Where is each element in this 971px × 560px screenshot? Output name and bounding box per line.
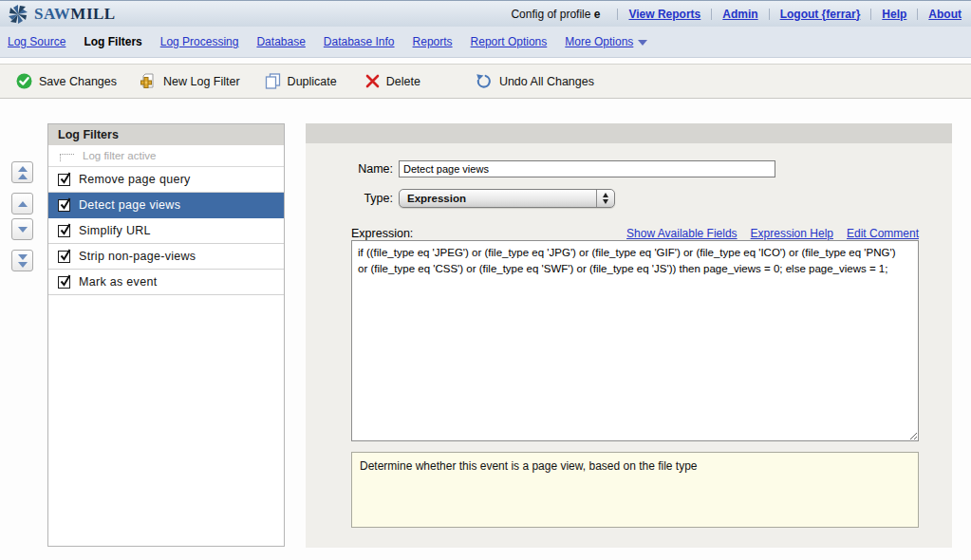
- tab-database-info[interactable]: Database Info: [324, 35, 395, 48]
- type-select[interactable]: Expression: [399, 189, 615, 208]
- filter-active-checkbox[interactable]: [58, 174, 70, 186]
- show-available-fields-link[interactable]: Show Available Fields: [626, 227, 738, 240]
- filter-active-checkbox[interactable]: [58, 199, 70, 212]
- about-link[interactable]: About: [918, 8, 962, 21]
- save-check-icon: [16, 73, 32, 89]
- type-select-value: Expression: [400, 193, 596, 204]
- new-log-filter-button[interactable]: New Log Filter: [140, 73, 240, 90]
- config-profile-label: Config of profile e: [511, 8, 600, 21]
- logo-text-mill: MILL: [70, 5, 115, 23]
- filter-active-checkbox[interactable]: [58, 225, 70, 237]
- filter-row-mark-as-event[interactable]: Mark as event: [48, 270, 284, 295]
- config-nav: Log Source Log Filters Log Processing Da…: [0, 27, 971, 58]
- expression-help-link[interactable]: Expression Help: [751, 227, 833, 240]
- filter-row-strip-non-page-views[interactable]: Strip non-page-views: [48, 244, 284, 270]
- tab-report-options[interactable]: Report Options: [471, 35, 548, 48]
- double-up-arrow-icon: [18, 166, 28, 172]
- log-filters-panel: Log Filters Log filter active Remove pag…: [47, 123, 285, 547]
- tab-more-options[interactable]: More Options: [565, 35, 647, 48]
- undo-all-changes-button[interactable]: Undo All Changes: [476, 73, 594, 90]
- logout-link[interactable]: Logout {ferrar}: [770, 8, 871, 21]
- help-link[interactable]: Help: [871, 8, 917, 21]
- double-down-arrow-icon: [18, 254, 28, 260]
- delete-x-icon: [365, 74, 380, 88]
- delete-button[interactable]: Delete: [365, 74, 420, 88]
- filter-row-label: Simplify URL: [79, 224, 151, 237]
- filter-row-simplify-url[interactable]: Simplify URL: [48, 218, 284, 244]
- move-to-top-button[interactable]: [11, 161, 33, 183]
- tab-reports[interactable]: Reports: [413, 35, 453, 48]
- sawmill-pinwheel-icon: [8, 4, 28, 25]
- save-changes-button[interactable]: Save Changes: [16, 73, 117, 89]
- select-stepper-icon: [596, 190, 614, 207]
- duplicate-pages-icon: [265, 73, 281, 89]
- move-down-button[interactable]: [11, 218, 33, 240]
- tab-log-processing[interactable]: Log Processing: [160, 35, 239, 48]
- app-header: SAWMILL Config of profile e View Reports…: [0, 0, 971, 27]
- filter-row-label: Remove page query: [79, 173, 191, 186]
- name-input[interactable]: [399, 160, 775, 177]
- filter-comment-box[interactable]: Determine whether this event is a page v…: [351, 452, 919, 528]
- name-label: Name:: [306, 162, 393, 176]
- log-filters-panel-title: Log Filters: [48, 124, 284, 145]
- filter-active-checkbox[interactable]: [58, 251, 70, 263]
- admin-link[interactable]: Admin: [712, 8, 768, 21]
- filter-editor-panel: Name: Type: Expression Expression: Show …: [306, 123, 952, 548]
- up-arrow-icon: [18, 201, 28, 207]
- log-filter-active-column-header: Log filter active: [48, 145, 284, 167]
- undo-arrow-icon: [476, 73, 493, 90]
- down-arrow-icon: [18, 227, 28, 233]
- new-plus-icon: [140, 73, 157, 90]
- filter-row-label: Mark as event: [79, 275, 157, 289]
- tab-log-source[interactable]: Log Source: [8, 35, 65, 48]
- filter-row-label: Detect page views: [79, 198, 180, 212]
- edit-comment-link[interactable]: Edit Comment: [847, 227, 919, 240]
- move-to-bottom-button[interactable]: [11, 250, 33, 271]
- actions-toolbar: Save Changes New Log Filter Duplicate De…: [0, 64, 971, 99]
- dotted-outline-icon: [60, 154, 74, 161]
- view-reports-link[interactable]: View Reports: [618, 8, 711, 21]
- filter-active-checkbox[interactable]: [58, 276, 70, 289]
- filter-editor-panel-header: [306, 123, 952, 143]
- move-up-button[interactable]: [11, 193, 33, 215]
- filter-row-label: Strip non-page-views: [79, 250, 196, 263]
- expression-textarea[interactable]: if ((file_type eq 'JPEG') or (file_type …: [351, 240, 919, 441]
- filter-row-detect-page-views[interactable]: Detect page views: [48, 193, 284, 218]
- tab-log-filters[interactable]: Log Filters: [84, 35, 141, 48]
- type-label: Type:: [306, 192, 393, 205]
- logo-text-saw: SAW: [34, 5, 70, 23]
- duplicate-button[interactable]: Duplicate: [265, 73, 337, 89]
- profile-name: e: [594, 8, 601, 21]
- tab-database[interactable]: Database: [256, 35, 305, 48]
- filter-row-remove-page-query[interactable]: Remove page query: [48, 167, 284, 193]
- chevron-down-icon: [638, 40, 647, 46]
- sawmill-logo: SAWMILL: [8, 4, 116, 25]
- expression-label: Expression:: [351, 227, 413, 240]
